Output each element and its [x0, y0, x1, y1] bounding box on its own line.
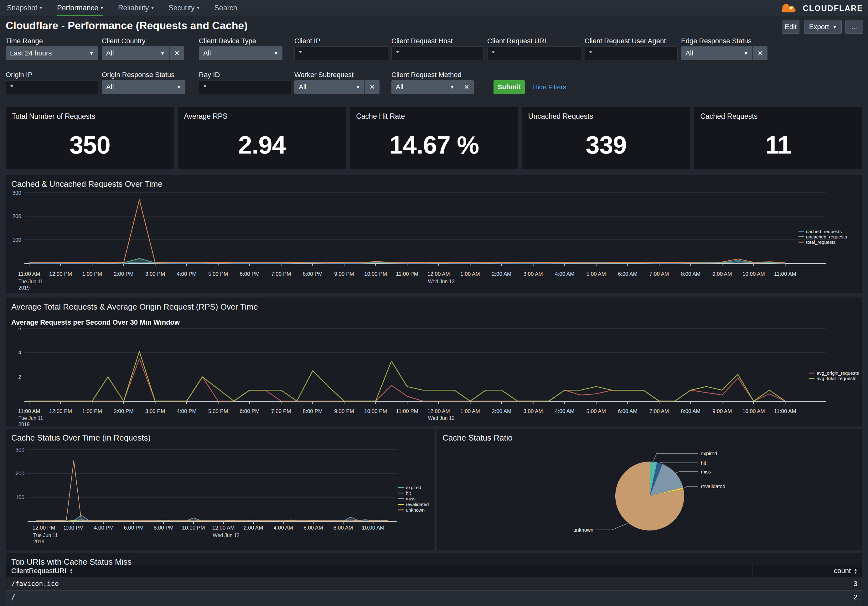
legend-swatch [398, 493, 404, 494]
legend-swatch [398, 504, 404, 505]
nav-item-search[interactable]: Search [214, 0, 237, 16]
cloudflare-logo-icon [779, 2, 800, 14]
svg-text:7:00 PM: 7:00 PM [271, 408, 291, 414]
client-device-type-select[interactable]: All▼ [199, 47, 282, 60]
svg-text:5:00 AM: 5:00 AM [586, 271, 606, 277]
chart-legend: cached_requestsuncached_requeststotal_re… [798, 229, 847, 245]
nav-item-label: Reliability [118, 4, 149, 12]
hide-filters-link[interactable]: Hide Filters [533, 83, 566, 91]
panel-cache-status-over-time: Cache Status Over Time (in Requests) 100… [6, 429, 434, 550]
client-country-select[interactable]: All▼ [102, 47, 169, 60]
selected-value: All [299, 83, 353, 91]
nav-item-reliability[interactable]: Reliability▾ [118, 0, 153, 16]
metric-card-total-number-of-requests: Total Number of Requests350 [6, 107, 174, 169]
legend-item-unknown[interactable]: unknown [398, 507, 429, 513]
column-header-clientrequesturi[interactable]: ClientRequestURI▲▼ [6, 565, 752, 577]
origin-response-status-select[interactable]: All▼ [102, 80, 185, 94]
worker-subrequest-clear-button[interactable]: ✕ [365, 80, 380, 94]
legend-item-avg-total-requests[interactable]: avg_total_requests [809, 376, 859, 381]
legend-item-cached-requests[interactable]: cached_requests [798, 229, 847, 234]
nav-item-snapshot[interactable]: Snapshot▾ [7, 0, 42, 16]
time-range-select[interactable]: Last 24 hours▼ [6, 47, 98, 60]
edit-button[interactable]: Edit [782, 20, 800, 34]
svg-text:8:00 PM: 8:00 PM [303, 271, 322, 277]
svg-text:1:00 PM: 1:00 PM [82, 271, 102, 277]
metric-label: Cached Requests [700, 112, 758, 121]
table-row: /favicon.ico3 [6, 577, 862, 590]
nav-item-performance[interactable]: Performance▾ [57, 0, 103, 16]
cloudflare-brand: CLOUDFLARE [779, 1, 863, 15]
metric-value: 350 [6, 121, 174, 169]
svg-text:7:00 AM: 7:00 AM [649, 271, 669, 277]
svg-text:2: 2 [19, 374, 21, 380]
chevron-down-icon: ▼ [274, 51, 278, 56]
client-request-host-input[interactable]: * [391, 47, 484, 60]
client-request-uri-input[interactable]: * [487, 47, 581, 60]
client-request-user-agent-input[interactable]: * [584, 47, 677, 60]
close-icon: ✕ [174, 50, 180, 57]
legend-swatch [398, 510, 404, 510]
legend-item-total-requests[interactable]: total_requests [798, 239, 847, 245]
legend-item-hit[interactable]: hit [398, 490, 429, 496]
svg-text:unknown: unknown [574, 527, 594, 533]
svg-text:2:00 AM: 2:00 AM [492, 408, 512, 414]
svg-text:7:00 PM: 7:00 PM [271, 271, 291, 277]
svg-text:2:00 PM: 2:00 PM [64, 525, 84, 531]
chevron-down-icon: ▾ [101, 5, 103, 10]
legend-swatch [398, 487, 404, 488]
client-country-clear-button[interactable]: ✕ [169, 47, 184, 60]
table-header-row: ClientRequestURI▲▼count▲▼ [6, 565, 862, 577]
export-button-label: Export [809, 23, 829, 31]
edge-response-status-select[interactable]: All▼ [681, 47, 752, 60]
edge-response-status-clear-button[interactable]: ✕ [753, 47, 767, 60]
chevron-down-icon: ▼ [89, 51, 94, 56]
svg-text:11:00 AM: 11:00 AM [774, 271, 796, 277]
svg-text:10:00 AM: 10:00 AM [362, 525, 384, 531]
nav-item-security[interactable]: Security▾ [169, 0, 199, 16]
svg-text:9:00 AM: 9:00 AM [712, 271, 732, 277]
uri-cell: / [6, 594, 752, 601]
svg-text:1:00 AM: 1:00 AM [460, 408, 480, 414]
filter-label-edge-response-status: Edge Response Status [681, 37, 752, 45]
nav-item-label: Snapshot [7, 4, 37, 12]
metric-value: 11 [694, 121, 862, 169]
legend-item-revalidated[interactable]: revalidated [398, 501, 429, 507]
svg-text:2:00 AM: 2:00 AM [492, 271, 512, 277]
origin-ip-input[interactable]: * [6, 80, 98, 94]
export-button[interactable]: Export▼ [804, 20, 842, 34]
table-row-partial [6, 604, 862, 606]
svg-text:8:00 AM: 8:00 AM [333, 525, 353, 531]
svg-text:4:00 AM: 4:00 AM [555, 271, 574, 277]
metric-label: Average RPS [184, 112, 228, 121]
svg-text:6:00 PM: 6:00 PM [124, 525, 143, 531]
client-ip-input[interactable]: * [294, 47, 388, 60]
more-options-button[interactable]: ... [845, 20, 863, 34]
filter-label-client-country: Client Country [102, 37, 145, 45]
sort-icon: ▲▼ [70, 568, 73, 574]
average-rps-chart: 24611:00 AM12:00 PM1:00 PM2:00 PM3:00 PM… [6, 298, 862, 426]
ray-id-input[interactable]: * [199, 80, 291, 94]
legend-item-uncached-requests[interactable]: uncached_requests [798, 234, 847, 239]
svg-text:9:00 PM: 9:00 PM [334, 408, 354, 414]
svg-text:100: 100 [12, 237, 21, 243]
nav-item-label: Security [169, 4, 194, 12]
legend-item-avg-origin-requests[interactable]: avg_origin_requests [809, 370, 859, 376]
client-request-method-select[interactable]: All▼ [391, 80, 459, 94]
column-header-count[interactable]: count▲▼ [752, 565, 862, 577]
legend-item-expired[interactable]: expired [398, 485, 429, 490]
worker-subrequest-select[interactable]: All▼ [294, 80, 364, 94]
svg-text:3:00 PM: 3:00 PM [145, 408, 165, 414]
submit-button[interactable]: Submit [493, 80, 525, 94]
input-value: * [396, 49, 399, 57]
client-request-method-clear-button[interactable]: ✕ [459, 80, 474, 94]
chevron-down-icon: ▼ [160, 51, 165, 56]
svg-text:12:00 AM: 12:00 AM [428, 271, 450, 277]
svg-text:200: 200 [16, 471, 25, 477]
metric-value: 14.67 % [350, 121, 518, 169]
legend-item-miss[interactable]: miss [398, 496, 429, 501]
count-cell: 2 [752, 593, 862, 601]
svg-text:12:00 PM: 12:00 PM [49, 408, 72, 414]
filter-label-client-ip: Client IP [294, 37, 320, 45]
svg-text:3:00 AM: 3:00 AM [523, 271, 542, 277]
metric-card-cached-requests: Cached Requests11 [694, 107, 862, 169]
